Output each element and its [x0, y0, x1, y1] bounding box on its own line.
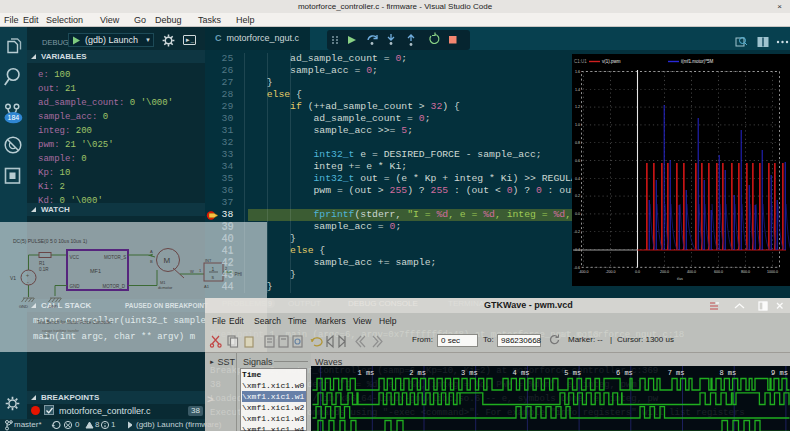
svg-text:-: - [27, 279, 29, 285]
svg-text:0.1R: 0.1R [39, 267, 49, 272]
svg-text:i(mf1.motor)*5M: i(mf1.motor)*5M [681, 59, 714, 64]
svg-text:40: 40 [222, 232, 234, 244]
svg-text:GND: GND [19, 304, 28, 309]
svg-text:0.4: 0.4 [575, 177, 580, 181]
svg-text:5 ms: 5 ms [564, 369, 581, 377]
svg-text:t/us: t/us [677, 277, 683, 281]
svg-text:1.4: 1.4 [575, 88, 580, 92]
svg-text:VCC: VCC [70, 255, 80, 260]
svg-text:v(1).pwm: v(1).pwm [602, 59, 621, 64]
svg-text:A1: A1 [204, 284, 210, 289]
svg-text:V1: V1 [10, 275, 16, 281]
svg-text:MOTOR_S: MOTOR_S [104, 255, 126, 260]
svg-text:0.2: 0.2 [575, 194, 580, 198]
svg-text:MOTOR_D: MOTOR_D [103, 284, 126, 289]
svg-text:.endc: .endc [42, 334, 51, 338]
svg-text:W: W [190, 269, 194, 274]
svg-text:0.0: 0.0 [575, 212, 580, 216]
svg-text:M: M [164, 256, 171, 265]
svg-text:0.0: 0.0 [635, 270, 640, 274]
svg-text:9 ms: 9 ms [771, 369, 788, 377]
svg-text:A: A [150, 249, 153, 254]
svg-text:800.0: 800.0 [741, 270, 750, 274]
svg-text:42: 42 [222, 256, 234, 268]
svg-text:-200.0: -200.0 [605, 270, 615, 274]
svg-text:GND: GND [70, 284, 81, 289]
svg-text:1.2: 1.2 [575, 105, 580, 109]
svg-text:MF1: MF1 [90, 268, 101, 274]
svg-text:4 ms: 4 ms [513, 369, 530, 377]
svg-text:39: 39 [222, 222, 234, 232]
svg-text:43: 43 [222, 268, 234, 280]
svg-text:41: 41 [222, 244, 234, 256]
svg-text:Test Bench for Motor Force Con: Test Bench for Motor Force Controller [37, 320, 113, 325]
svg-text:B: B [150, 259, 153, 264]
svg-text:PHI: PHI [235, 272, 243, 277]
svg-text:200.0: 200.0 [660, 270, 669, 274]
svg-text:C1:U1: C1:U1 [574, 59, 587, 64]
svg-text:7 ms: 7 ms [668, 369, 685, 377]
svg-text:184: 184 [8, 114, 20, 121]
svg-text:GND: GND [49, 304, 58, 309]
svg-text:DC(5) PULSE(0 5 0 10us 10us 1): DC(5) PULSE(0 5 0 10us 10us 1) [13, 238, 88, 244]
svg-text:-0.2: -0.2 [574, 230, 580, 234]
svg-text:3 ms: 3 ms [461, 369, 478, 377]
svg-text:400.0: 400.0 [687, 270, 696, 274]
svg-text:0.8: 0.8 [575, 141, 580, 145]
svg-text:2 ms: 2 ms [409, 369, 426, 377]
svg-text:0.6: 0.6 [575, 159, 580, 163]
svg-text:+: + [26, 272, 30, 278]
svg-text:1.0: 1.0 [575, 123, 580, 127]
svg-text:-400.0: -400.0 [578, 270, 588, 274]
svg-text:rusage tranttime transfer: rusage tranttime transfer [42, 329, 80, 333]
svg-text:INT: INT [205, 258, 212, 263]
svg-text:1000.0: 1000.0 [767, 270, 778, 274]
svg-text:1: 1 [212, 266, 215, 272]
svg-text:1 ms: 1 ms [357, 369, 374, 377]
svg-text:R1: R1 [39, 261, 45, 266]
svg-text:1.6: 1.6 [575, 70, 580, 74]
svg-text:dcmotor: dcmotor [158, 285, 173, 290]
svg-text:8 ms: 8 ms [719, 369, 736, 377]
svg-text:44: 44 [222, 280, 234, 292]
svg-text:600.0: 600.0 [714, 270, 723, 274]
svg-text:6 ms: 6 ms [616, 369, 633, 377]
svg-text:-0.6: -0.6 [574, 266, 580, 270]
